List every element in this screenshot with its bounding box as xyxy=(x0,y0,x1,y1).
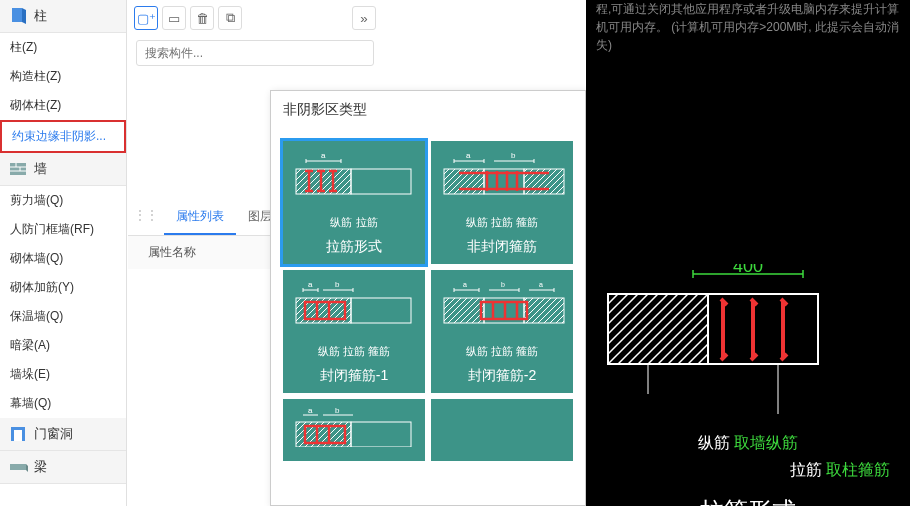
dialog-title: 非阴影区类型 xyxy=(271,91,585,129)
anno1-white: 纵筋 xyxy=(698,434,730,451)
tree-item-masonry-rebar[interactable]: 砌体加筋(Y) xyxy=(0,273,126,302)
svg-text:b: b xyxy=(335,407,340,415)
search-input[interactable] xyxy=(136,40,374,66)
diagram-partial1: ab xyxy=(291,407,421,447)
type-dialog: 非阴影区类型 a 纵筋 拉筋 拉筋形式 ab 纵筋 拉筋 箍筋 非封闭箍筋 xyxy=(270,90,586,506)
section-beam-label: 梁 xyxy=(34,458,47,476)
card-name: 封闭箍筋-1 xyxy=(320,367,388,385)
svg-rect-8 xyxy=(14,430,22,441)
column-icon xyxy=(8,6,28,26)
section-wall[interactable]: 墙 xyxy=(0,153,126,186)
new-button[interactable]: ▢⁺ xyxy=(134,6,158,30)
tree-item-hidden-beam[interactable]: 暗梁(A) xyxy=(0,331,126,360)
svg-text:a: a xyxy=(539,281,543,288)
preview-title: 拉筋形式 xyxy=(586,495,910,506)
section-wall-label: 墙 xyxy=(34,160,47,178)
preview-canvas: 程,可通过关闭其他应用程序或者升级电脑内存来提升计算机可用内存。 (计算机可用内… xyxy=(586,0,910,506)
diagram-lajin: a xyxy=(291,149,421,209)
toolbar: ▢⁺ ▭ 🗑 ⧉ » xyxy=(128,0,382,36)
tree-item-z[interactable]: 柱(Z) xyxy=(0,33,126,62)
card-partial-2[interactable] xyxy=(431,399,573,461)
svg-text:a: a xyxy=(308,407,313,415)
svg-rect-20 xyxy=(351,298,411,323)
new-icon: ▢⁺ xyxy=(137,11,156,26)
svg-rect-2 xyxy=(10,163,26,175)
beam-icon xyxy=(8,457,28,477)
section-opening-label: 门窗洞 xyxy=(34,425,73,443)
card-name: 拉筋形式 xyxy=(326,238,382,256)
svg-marker-1 xyxy=(22,8,26,24)
copy-icon: ⧉ xyxy=(226,10,235,26)
tree-item-rf[interactable]: 人防门框墙(RF) xyxy=(0,215,126,244)
delete-button[interactable]: 🗑 xyxy=(190,6,214,30)
memory-hint: 程,可通过关闭其他应用程序或者升级电脑内存来提升计算机可用内存。 (计算机可用内… xyxy=(586,0,910,64)
card-labels: 纵筋 拉筋 xyxy=(330,215,377,230)
card-fengbi1[interactable]: ab 纵筋 拉筋 箍筋 封闭箍筋-1 xyxy=(283,270,425,393)
tree-item-gzz[interactable]: 构造柱(Z) xyxy=(0,62,126,91)
svg-text:a: a xyxy=(308,280,313,289)
tree-item-curtain[interactable]: 幕墙(Q) xyxy=(0,389,126,418)
dim-text: 400 xyxy=(733,264,763,276)
svg-text:a: a xyxy=(466,151,471,160)
diagram-feibi: ab xyxy=(439,149,569,209)
card-fengbi2[interactable]: aba 纵筋 拉筋 箍筋 封闭箍筋-2 xyxy=(431,270,573,393)
annotation-1: 纵筋 取墙纵筋 xyxy=(586,433,910,454)
svg-rect-25 xyxy=(524,298,564,323)
svg-rect-0 xyxy=(12,8,22,22)
svg-rect-24 xyxy=(444,298,484,323)
card-labels: 纵筋 拉筋 箍筋 xyxy=(466,344,538,359)
card-name: 非封闭箍筋 xyxy=(467,238,537,256)
card-labels: 纵筋 拉筋 箍筋 xyxy=(466,215,538,230)
wall-icon xyxy=(8,159,28,179)
chevron-right-icon: » xyxy=(360,11,367,26)
anno2-white: 拉筋 xyxy=(790,461,822,478)
tree-item-shearwall[interactable]: 剪力墙(Q) xyxy=(0,186,126,215)
tree-item-pier[interactable]: 墙垛(E) xyxy=(0,360,126,389)
tree-item-masonry-wall[interactable]: 砌体墙(Q) xyxy=(0,244,126,273)
svg-marker-10 xyxy=(26,464,28,472)
svg-text:a: a xyxy=(463,281,467,288)
folder-button[interactable]: ▭ xyxy=(162,6,186,30)
anno2-green: 取柱箍筋 xyxy=(826,461,890,478)
svg-text:a: a xyxy=(321,151,326,160)
svg-rect-36 xyxy=(608,294,708,364)
drag-handle-icon[interactable]: ⋮⋮ xyxy=(128,200,164,235)
card-partial-1[interactable]: ab xyxy=(283,399,425,461)
anno1-green: 取墙纵筋 xyxy=(734,434,798,451)
diagram-fengbi1: ab xyxy=(291,278,421,338)
tree-item-qtz[interactable]: 砌体柱(Z) xyxy=(0,91,126,120)
tree-item-insulation[interactable]: 保温墙(Q) xyxy=(0,302,126,331)
preview-diagram: 400 纵筋 取墙纵筋 拉筋 取柱箍筋 拉筋形式 xyxy=(586,264,910,506)
section-opening[interactable]: 门窗洞 xyxy=(0,418,126,451)
trash-icon: 🗑 xyxy=(196,11,209,26)
section-column[interactable]: 柱 xyxy=(0,0,126,33)
diagram-fengbi2: aba xyxy=(439,278,569,338)
svg-rect-32 xyxy=(351,422,411,447)
section-column-label: 柱 xyxy=(34,7,47,25)
svg-text:b: b xyxy=(335,280,340,289)
svg-rect-9 xyxy=(10,464,26,470)
section-beam[interactable]: 梁 xyxy=(0,451,126,484)
folder-icon: ▭ xyxy=(168,11,180,26)
tab-properties[interactable]: 属性列表 xyxy=(164,200,236,235)
card-name: 封闭箍筋-2 xyxy=(468,367,536,385)
left-sidebar: 柱 柱(Z) 构造柱(Z) 砌体柱(Z) 约束边缘非阴影... 墙 剪力墙(Q)… xyxy=(0,0,127,506)
opening-icon xyxy=(8,424,28,444)
annotation-2: 拉筋 取柱箍筋 xyxy=(586,460,910,481)
card-feibi[interactable]: ab 纵筋 拉筋 箍筋 非封闭箍筋 xyxy=(431,141,573,264)
svg-rect-12 xyxy=(351,169,411,194)
svg-text:b: b xyxy=(501,281,505,288)
card-lajin[interactable]: a 纵筋 拉筋 拉筋形式 xyxy=(283,141,425,264)
expand-button[interactable]: » xyxy=(352,6,376,30)
card-labels: 纵筋 拉筋 箍筋 xyxy=(318,344,390,359)
copy-button[interactable]: ⧉ xyxy=(218,6,242,30)
svg-text:b: b xyxy=(511,151,516,160)
tree-item-constraint-edge[interactable]: 约束边缘非阴影... xyxy=(0,120,126,153)
